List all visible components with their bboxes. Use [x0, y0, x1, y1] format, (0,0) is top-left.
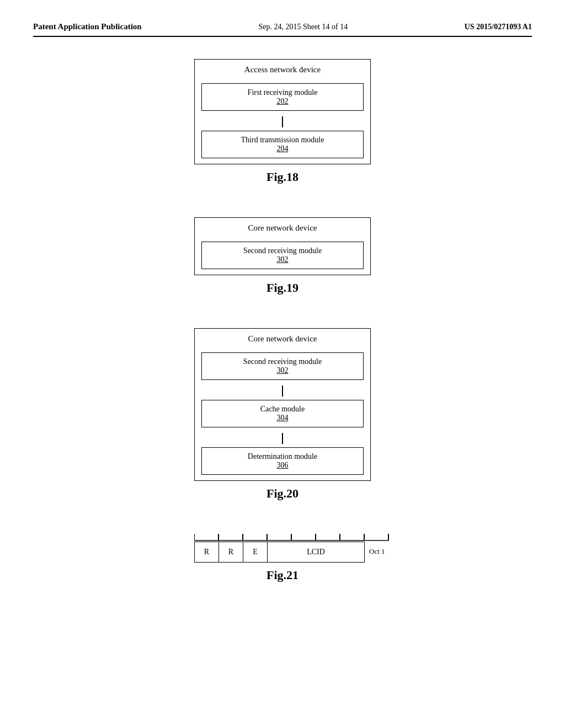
fig18-module2-box: Third transmission module 204	[201, 131, 364, 158]
fig20-module3-number: 306	[213, 461, 352, 470]
fig18-label: Fig.18	[266, 170, 299, 184]
fig21-bit-cells: R R E LCID	[194, 542, 365, 563]
fig18-module1-box: First receiving module 202	[201, 83, 364, 111]
fig19-module1-number: 302	[213, 255, 352, 264]
fig18-module2-name: Third transmission module	[241, 136, 324, 144]
fig20-core-network-device-box: Core network device Second receiving mod…	[194, 328, 371, 481]
fig21-cell-lcid: LCID	[268, 542, 365, 562]
fig18-module1-name: First receiving module	[248, 88, 318, 97]
fig20-module3-name: Determination module	[248, 452, 317, 461]
fig21-cell-r2: R	[219, 542, 243, 562]
fig19-module1-name: Second receiving module	[243, 247, 322, 255]
fig21-section: R R E LCID Oct 1 Fig.21	[33, 534, 532, 599]
fig20-connector2	[195, 433, 370, 444]
header-publication-label: Patent Application Publication	[33, 22, 142, 31]
fig20-device-title: Core network device	[195, 329, 370, 349]
fig21-cell-e: E	[243, 542, 268, 562]
fig18-module1-number: 202	[213, 97, 352, 106]
fig21-cells-row: R R E LCID Oct 1	[194, 542, 385, 563]
fig18-module2-number: 204	[213, 144, 352, 153]
fig19-label: Fig.19	[266, 281, 299, 295]
fig21-bit-diagram: R R E LCID Oct 1	[194, 534, 415, 563]
fig20-module1-box: Second receiving module 302	[201, 352, 364, 380]
fig21-label: Fig.21	[266, 568, 299, 582]
header-patent-number: US 2015/0271093 A1	[465, 23, 532, 31]
fig19-device-title: Core network device	[195, 218, 370, 238]
fig18-access-network-device-box: Access network device First receiving mo…	[194, 59, 371, 164]
fig21-ticks-svg	[194, 534, 415, 542]
fig20-module1-name: Second receiving module	[243, 357, 322, 366]
fig19-module1-box: Second receiving module 302	[201, 242, 364, 269]
fig20-module3-box: Determination module 306	[201, 447, 364, 475]
fig20-label: Fig.20	[266, 486, 299, 501]
fig21-tick-marks	[194, 534, 415, 542]
fig20-module2-name: Cache module	[260, 405, 305, 413]
fig20-module2-number: 304	[213, 414, 352, 422]
page: Patent Application Publication Sep. 24, …	[0, 0, 565, 728]
fig21-cell-r1: R	[195, 542, 219, 562]
page-header: Patent Application Publication Sep. 24, …	[33, 22, 532, 37]
fig19-core-network-device-box: Core network device Second receiving mod…	[194, 217, 371, 275]
header-date-sheet: Sep. 24, 2015 Sheet 14 of 14	[258, 23, 348, 31]
fig19-section: Core network device Second receiving mod…	[33, 217, 532, 312]
fig18-section: Access network device First receiving mo…	[33, 59, 532, 201]
fig18-connector	[195, 116, 370, 127]
fig18-device-title: Access network device	[195, 60, 370, 80]
fig20-section: Core network device Second receiving mod…	[33, 328, 532, 517]
fig20-module2-box: Cache module 304	[201, 400, 364, 427]
fig20-connector1	[195, 386, 370, 397]
fig21-oct-label: Oct 1	[365, 542, 385, 561]
fig20-module1-number: 302	[213, 366, 352, 375]
